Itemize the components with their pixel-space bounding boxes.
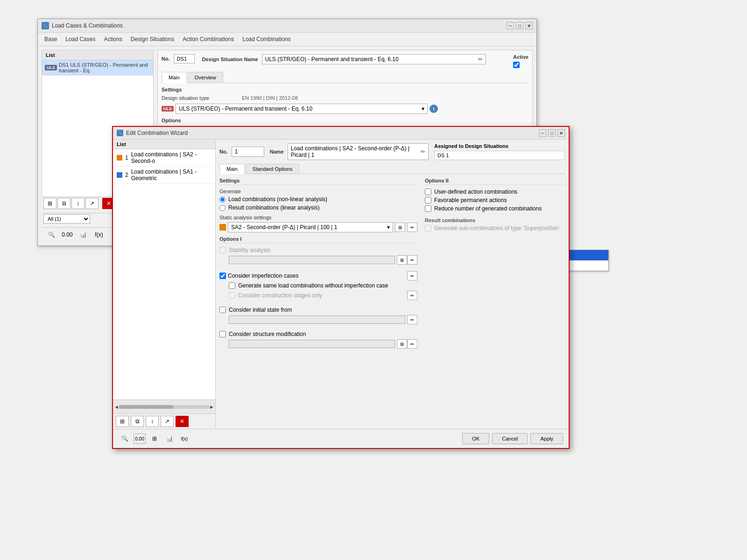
dialog-tab-main[interactable]: Main — [219, 164, 245, 174]
dialog-close[interactable]: ✕ — [557, 129, 565, 137]
assigned-label: Assigned to Design Situations — [434, 143, 565, 149]
dialog-body: List 1 Load combinations | SA2 - Second-… — [113, 140, 569, 429]
window-controls: ─ □ ✕ — [507, 22, 533, 29]
dialog-list: 1 Load combinations | SA2 - Second-o 2 L… — [113, 149, 215, 399]
edit-icon[interactable]: ✏ — [478, 56, 483, 63]
consider-imperfection-checkbox[interactable] — [219, 273, 226, 279]
generate-sub-combinations-checkbox[interactable] — [425, 225, 431, 231]
radio-load-combinations-label: Load combinations (non-linear analysis) — [228, 196, 327, 203]
generate-same-load-checkbox[interactable] — [229, 282, 235, 289]
dialog-titlebar: 🔧 Edit Combination Wizard ─ □ ✕ — [113, 127, 569, 140]
menu-actions[interactable]: Actions — [100, 35, 126, 44]
scroll-left-icon[interactable]: ◀ — [115, 405, 118, 409]
new-item-btn[interactable]: ⊞ — [43, 198, 56, 209]
decimal-btn[interactable]: 0.00 — [61, 230, 73, 240]
stability-text-field[interactable] — [229, 256, 395, 264]
stability-edit-btn[interactable]: ✏ — [407, 255, 417, 265]
dlg-search-btn[interactable]: 🔍 — [119, 434, 131, 444]
structure-mod-btn-2[interactable]: ✏ — [407, 339, 417, 349]
structure-mod-text-field[interactable] — [229, 340, 395, 348]
reduce-number-checkbox[interactable] — [425, 205, 431, 212]
edit-combination-wizard-dialog: 🔧 Edit Combination Wizard ─ □ ✕ List 1 L… — [112, 126, 570, 449]
radio-load-combinations-input[interactable] — [219, 196, 226, 203]
dlg-export-btn[interactable]: ↗ — [161, 416, 174, 427]
cancel-button[interactable]: Cancel — [492, 433, 528, 444]
menu-load-combinations[interactable]: Load Combinations — [239, 35, 294, 44]
user-defined-checkbox[interactable] — [425, 189, 431, 195]
consider-construction-checkbox[interactable] — [229, 292, 235, 299]
close-button[interactable]: ✕ — [525, 22, 533, 29]
menu-action-combinations[interactable]: Action Combinations — [179, 35, 238, 44]
search-btn[interactable]: 🔍 — [45, 230, 57, 240]
imperfection-edit-btn[interactable]: ✏ — [407, 271, 417, 280]
dlg-graph-btn[interactable]: 📊 — [163, 434, 176, 444]
favorable-permanent-row: Favorable permanent actions — [425, 197, 565, 203]
no-field[interactable]: DS1 — [174, 54, 195, 63]
graph-btn[interactable]: 📊 — [77, 230, 89, 240]
dialog-list-item-1[interactable]: 1 Load combinations | SA2 - Second-o — [113, 149, 215, 167]
apply-button[interactable]: Apply — [530, 433, 563, 444]
dlg-no-field[interactable]: 1 — [232, 147, 264, 157]
consider-initial-state-checkbox[interactable] — [219, 307, 226, 313]
stability-analysis-checkbox[interactable] — [219, 247, 226, 253]
radio-result-combinations-input[interactable] — [219, 205, 226, 211]
design-type-select[interactable]: ULS (STR/GEO) - Permanent and transient … — [176, 104, 428, 114]
export-btn[interactable]: ↗ — [85, 198, 99, 209]
info-icon[interactable]: i — [430, 105, 438, 113]
no-label: No. — [162, 56, 170, 62]
minimize-button[interactable]: ─ — [507, 22, 514, 29]
initial-state-edit-btn[interactable]: ✏ — [407, 315, 417, 324]
generate-label: Generate — [219, 189, 417, 194]
all-select[interactable]: All (1) — [43, 214, 90, 224]
dialog-action-buttons: OK Cancel Apply — [462, 433, 563, 444]
dialog-tab-standard-options[interactable]: Standard Options — [246, 164, 300, 174]
options-i-section: Options I Stability analysis ⊞ ✏ — [219, 236, 417, 349]
active-checkbox[interactable] — [513, 62, 520, 68]
stability-add-btn[interactable]: ⊞ — [397, 255, 407, 265]
radio-load-combinations: Load combinations (non-linear analysis) — [219, 196, 417, 203]
assigned-field[interactable] — [434, 151, 565, 160]
design-situation-type-label: Design situation type — [162, 95, 236, 101]
construction-edit-btn[interactable]: ✏ — [407, 291, 417, 300]
ok-button[interactable]: OK — [462, 433, 489, 444]
consider-construction-label: Consider construction stages only — [238, 292, 322, 299]
scroll-right-icon[interactable]: ▶ — [210, 405, 213, 409]
favorable-permanent-checkbox[interactable] — [425, 197, 431, 203]
scrollbar-thumb — [119, 405, 173, 409]
dialog-right-panel: No. 1 Name Load combinations | SA2 - Sec… — [216, 140, 569, 429]
initial-state-text-field[interactable] — [229, 315, 405, 324]
list-item[interactable]: ULS DS1 ULS (STR/GEO) - Permanent and tr… — [42, 60, 153, 76]
tab-overview[interactable]: Overview — [188, 72, 223, 83]
scrollbar-track[interactable] — [119, 405, 209, 409]
tab-main[interactable]: Main — [162, 72, 187, 83]
dlg-name-field[interactable]: Load combinations | SA2 - Second-order (… — [288, 143, 429, 160]
sa-btn-1[interactable]: ⊞ — [395, 223, 405, 232]
maximize-button[interactable]: □ — [516, 22, 523, 29]
menu-load-cases[interactable]: Load Cases — [62, 35, 99, 44]
dlg-copy-btn[interactable]: ⧉ — [131, 416, 144, 427]
dialog-app-icon: 🔧 — [117, 130, 123, 136]
dlg-decimal-btn[interactable]: 0.00 — [134, 434, 146, 444]
dlg-formula-btn[interactable]: f(x) — [178, 434, 190, 444]
copy-btn[interactable]: ⧉ — [57, 198, 70, 209]
dialog-list-scroll[interactable]: ◀ ▶ — [113, 399, 215, 413]
consider-structure-modification-checkbox[interactable] — [219, 331, 226, 337]
dlg-table-btn[interactable]: ⊞ — [148, 434, 161, 444]
menu-design-situations[interactable]: Design Situations — [127, 35, 178, 44]
dlg-edit-icon[interactable]: ✏ — [421, 148, 425, 155]
dlg-delete-btn[interactable]: ✕ — [176, 416, 189, 427]
sort-btn[interactable]: ↕ — [71, 198, 85, 209]
dlg-sort-btn[interactable]: ↕ — [146, 416, 159, 427]
generate-same-load-row: Generate same load combinations without … — [229, 282, 417, 289]
dlg-new-btn[interactable]: ⊞ — [116, 416, 129, 427]
sa-select[interactable]: SA2 - Second-order (P-Δ) | Picard | 100 … — [228, 222, 393, 232]
design-situation-name-field[interactable]: ULS (STR/GEO) - Permanent and transient … — [262, 54, 486, 64]
menu-base[interactable]: Base — [41, 35, 61, 44]
sa-btn-2[interactable]: ✏ — [407, 223, 417, 232]
dialog-maximize[interactable]: □ — [548, 129, 556, 137]
structure-mod-btn-1[interactable]: ⊞ — [397, 339, 407, 349]
dialog-minimize[interactable]: ─ — [539, 129, 546, 137]
dialog-tabs: Main Standard Options — [219, 164, 565, 174]
formula-btn[interactable]: f(x) — [93, 230, 105, 240]
dialog-list-item-2[interactable]: 2 Load combinations | SA1 - Geometric — [113, 167, 215, 184]
